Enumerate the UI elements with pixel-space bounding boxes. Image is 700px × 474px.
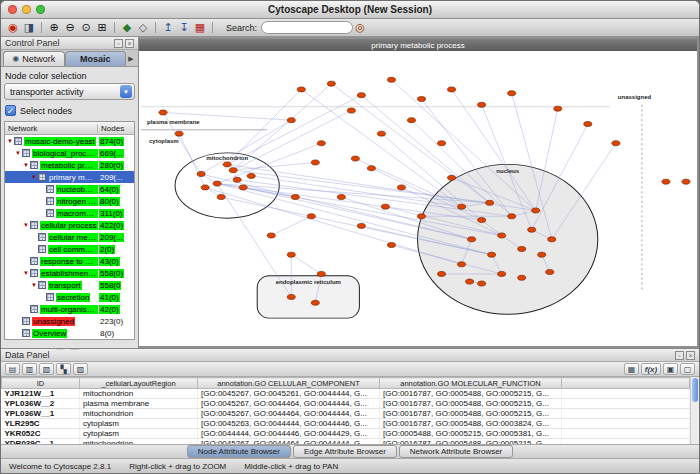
table-row[interactable]: YKR052Ccytoplasm[GO:0044444, GO:0044446,…: [2, 429, 690, 439]
graph-node[interactable]: [486, 200, 494, 205]
graph-node[interactable]: [548, 237, 556, 242]
float-panel-icon[interactable]: ▫: [114, 39, 123, 48]
node-color-select[interactable]: transporter activity ▼: [4, 83, 135, 100]
tab-node-attribute-browser[interactable]: Node Attribute Browser: [187, 445, 291, 458]
graph-node[interactable]: [307, 214, 315, 219]
graph-node[interactable]: [662, 179, 670, 184]
graph-node[interactable]: [498, 233, 506, 238]
graph-node[interactable]: [201, 185, 209, 190]
close-window-button[interactable]: [8, 5, 17, 14]
graph-node[interactable]: [407, 118, 415, 123]
network-graph[interactable]: mitochondrionnucleusendoplasmic reticulu…: [139, 51, 697, 346]
title-bar[interactable]: Cytoscape Desktop (New Session): [1, 1, 699, 19]
graph-node[interactable]: [387, 77, 395, 82]
graph-node[interactable]: [417, 214, 425, 219]
tab-network[interactable]: ◉ Network: [3, 51, 65, 66]
import-attributes-icon[interactable]: ↧: [177, 21, 191, 35]
graph-node[interactable]: [229, 168, 237, 173]
graph-node[interactable]: [311, 160, 319, 165]
search-input[interactable]: [261, 21, 353, 34]
graph-node[interactable]: [297, 87, 305, 92]
tab-network-attribute-browser[interactable]: Network Attribute Browser: [399, 445, 513, 458]
tree-item[interactable]: ▼establishment of l...558(0): [5, 267, 134, 279]
graph-node[interactable]: [337, 195, 345, 200]
graph-node[interactable]: [528, 227, 536, 232]
network-overview-icon[interactable]: ◇: [136, 21, 150, 35]
tab-edge-attribute-browser[interactable]: Edge Attribute Browser: [293, 445, 397, 458]
graph-node[interactable]: [291, 195, 299, 200]
delete-attribute-icon[interactable]: ▧: [39, 363, 54, 375]
network-view-title[interactable]: primary metabolic process: [139, 39, 697, 51]
graph-node[interactable]: [508, 214, 516, 219]
graph-node[interactable]: [532, 208, 540, 213]
tree-item[interactable]: ▼primary metab...209(...: [5, 171, 134, 183]
tree-item[interactable]: macromolecule...311(0): [5, 207, 134, 219]
graph-node[interactable]: [317, 141, 325, 146]
graph-node[interactable]: [584, 122, 592, 127]
tree-item[interactable]: cellular metabo...209(...: [5, 231, 134, 243]
save-attribute-icon[interactable]: ▢: [680, 363, 695, 375]
graph-node[interactable]: [518, 275, 526, 280]
graph-node[interactable]: [458, 204, 466, 209]
graph-node[interactable]: [478, 281, 486, 286]
graph-node[interactable]: [478, 218, 486, 223]
graph-node[interactable]: [317, 271, 325, 276]
graph-node[interactable]: [223, 162, 231, 167]
graph-node[interactable]: [197, 171, 205, 176]
graph-node[interactable]: [213, 181, 221, 186]
minimize-window-button[interactable]: [22, 5, 31, 14]
create-attribute-icon[interactable]: ▥: [22, 363, 37, 375]
expander-icon[interactable]: ▼: [30, 282, 38, 288]
graph-node[interactable]: [267, 233, 275, 238]
graph-node[interactable]: [448, 87, 456, 92]
tree-column-nodes[interactable]: Nodes: [98, 124, 134, 133]
graph-node[interactable]: [682, 179, 690, 184]
graph-node[interactable]: [448, 175, 456, 180]
clear-table-icon[interactable]: ▨: [73, 363, 88, 375]
tree-item[interactable]: ▼mosaic-demo-yeast874(0): [5, 135, 134, 147]
tree-item[interactable]: secretion41(0): [5, 291, 134, 303]
graph-node[interactable]: [347, 108, 355, 113]
graph-node[interactable]: [311, 300, 319, 305]
tree-item[interactable]: Overview8(0): [5, 327, 134, 339]
network-canvas[interactable]: mitochondrionnucleusendoplasmic reticulu…: [139, 51, 697, 346]
graph-node[interactable]: [327, 81, 335, 86]
tree-item[interactable]: ▼transport558(0: [5, 279, 134, 291]
graph-node[interactable]: [468, 237, 476, 242]
tree-item[interactable]: cell communica...2(0): [5, 243, 134, 255]
graph-node[interactable]: [466, 279, 474, 284]
tree-item[interactable]: ▼cellular process422(0): [5, 219, 134, 231]
tree-column-network[interactable]: Network: [5, 124, 98, 133]
select-first-neighbors-icon[interactable]: ◆: [120, 21, 134, 35]
table-row[interactable]: YPL036W__2plasma membrane[GO:0045267, GO…: [2, 399, 690, 409]
expander-icon[interactable]: ▼: [14, 150, 22, 156]
graph-node[interactable]: [387, 243, 395, 248]
graph-node[interactable]: [377, 131, 385, 136]
tree-item[interactable]: unassigned223(0): [5, 315, 134, 327]
tab-mosaic[interactable]: Mosaic: [65, 51, 127, 66]
column-header[interactable]: annotation.GO CELLULAR_COMPONENT: [198, 378, 380, 389]
zoom-out-icon[interactable]: ⊖: [63, 21, 77, 35]
graph-node[interactable]: [508, 91, 516, 96]
close-datapanel-icon[interactable]: ×: [686, 351, 695, 360]
tree-item[interactable]: nitrogen compo...80(0): [5, 195, 134, 207]
table-scrollbar-thumb[interactable]: [692, 378, 698, 402]
advanced-search-icon[interactable]: ◎: [353, 21, 367, 35]
graph-node[interactable]: [287, 252, 295, 257]
expander-icon[interactable]: ▼: [30, 174, 38, 180]
graph-node[interactable]: [287, 294, 295, 299]
import-network-icon[interactable]: ↥: [161, 21, 175, 35]
graph-node[interactable]: [488, 252, 496, 257]
graph-node[interactable]: [478, 102, 486, 107]
tree-item[interactable]: ▼biological_process669(...: [5, 147, 134, 159]
column-header[interactable]: annotation.GO MOLECULAR_FUNCTION: [380, 378, 562, 389]
expander-icon[interactable]: ▼: [6, 138, 14, 144]
maximize-window-button[interactable]: [36, 5, 45, 14]
select-nodes-checkbox[interactable]: ✓: [5, 105, 16, 116]
expander-icon[interactable]: ▼: [22, 270, 30, 276]
graph-node[interactable]: [417, 97, 425, 102]
graph-node[interactable]: [554, 106, 562, 111]
zoom-fit-icon[interactable]: ⊞: [95, 21, 109, 35]
table-row[interactable]: YJR121W__1mitochondrion[GO:0045267, GO:0…: [2, 389, 690, 399]
graph-node[interactable]: [217, 195, 225, 200]
